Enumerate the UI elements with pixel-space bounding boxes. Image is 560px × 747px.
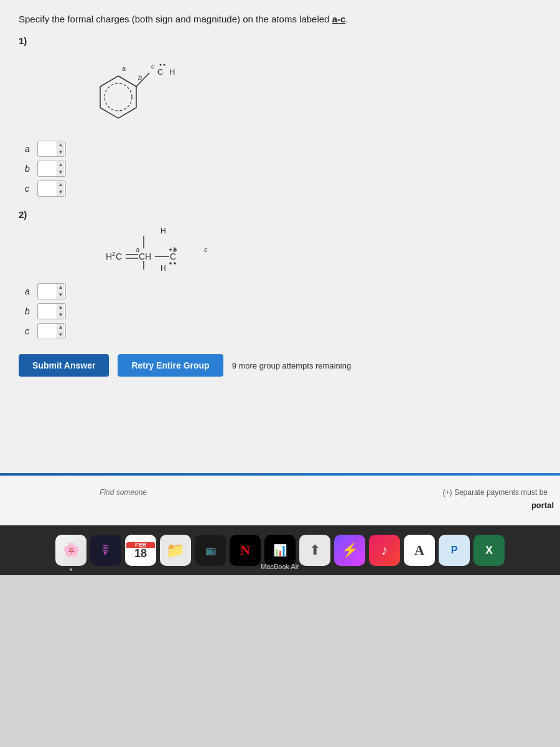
spin-arrows-1a[interactable]: ▲ ▼ <box>57 141 64 156</box>
macbook-label: MacBook Air <box>261 563 299 570</box>
problem-1-inputs: a ▲ ▼ b ▲ ▼ <box>25 141 541 197</box>
browser-portal-text: portal <box>531 500 554 510</box>
dock: 🌸 🎙 FEB 18 📁 📺 N 📊 ⬆ ⚡ ♪ A P <box>0 525 560 575</box>
calendar-day: 18 <box>134 548 147 559</box>
spin-arrows-2c[interactable]: ▲ ▼ <box>57 324 64 339</box>
problem-2-inputs: a ▲ ▼ b ▲ ▼ <box>25 283 541 339</box>
svg-text:H: H <box>161 264 166 273</box>
label-1a: a <box>25 144 32 154</box>
spin-down-1c[interactable]: ▼ <box>57 189 64 196</box>
input-row-2c: c ▲ ▼ <box>25 323 541 339</box>
retry-entire-group-button[interactable]: Retry Entire Group <box>118 354 223 377</box>
input-2a[interactable] <box>39 284 57 299</box>
spin-down-2c[interactable]: ▼ <box>57 331 64 339</box>
buttons-area: Submit Answer Retry Entire Group 9 more … <box>19 354 541 377</box>
input-row-1a: a ▲ ▼ <box>25 141 541 157</box>
input-2c[interactable] <box>39 324 57 339</box>
question-title: Specify the formal charges (both sign an… <box>19 12 541 26</box>
input-row-2b: b ▲ ▼ <box>25 303 541 319</box>
svg-marker-0 <box>100 76 136 118</box>
spinbox-1a[interactable]: ▲ ▼ <box>37 141 66 157</box>
main-content: Specify the formal charges (both sign an… <box>0 0 560 473</box>
problem-1-section: 1) a b c C <box>19 35 541 197</box>
svg-text:c: c <box>151 62 155 70</box>
spin-down-1a[interactable]: ▼ <box>57 149 64 156</box>
spin-arrows-1c[interactable]: ▲ ▼ <box>57 181 64 196</box>
svg-text:H: H <box>161 227 166 235</box>
svg-point-23 <box>174 248 176 251</box>
dock-appletv[interactable]: 📺 <box>195 535 226 566</box>
svg-point-1 <box>105 83 132 111</box>
dock-calendar[interactable]: FEB 18 <box>125 535 156 566</box>
input-1b[interactable] <box>39 161 57 176</box>
input-row-1c: c ▲ ▼ <box>25 181 541 197</box>
spin-up-2a[interactable]: ▲ <box>57 284 64 291</box>
dock-files[interactable]: 📁 <box>160 535 191 566</box>
dock-photos[interactable]: 🌸 <box>55 535 86 566</box>
spin-up-1b[interactable]: ▲ <box>57 161 64 169</box>
input-row-2a: a ▲ ▼ <box>25 283 541 299</box>
spin-up-1a[interactable]: ▲ <box>57 141 64 149</box>
dock-netflix[interactable]: N <box>230 535 261 566</box>
shortcuts-icon: ⚡ <box>342 542 358 558</box>
label-2a: a <box>25 286 32 296</box>
problem-2-section: 2) H a b c H 2 C CH <box>19 209 541 339</box>
svg-point-7 <box>160 64 162 66</box>
svg-text:b: b <box>138 73 142 81</box>
dock-fontbook[interactable]: A <box>404 535 435 566</box>
browser-strip: Find someone (+) Separate payments must … <box>0 476 560 525</box>
browser-find-text: Find someone <box>100 488 147 497</box>
dock-preview[interactable]: P <box>439 535 470 566</box>
problem-2-number: 2) <box>19 209 541 220</box>
upload-icon: ⬆ <box>309 542 320 558</box>
label-1c: c <box>25 184 32 194</box>
spin-down-2a[interactable]: ▼ <box>57 291 64 299</box>
dock-shortcuts[interactable]: ⚡ <box>334 535 365 566</box>
svg-text:C: C <box>170 251 176 261</box>
label-highlight: a-c <box>332 14 346 24</box>
dock-upload[interactable]: ⬆ <box>299 535 330 566</box>
files-icon: 📁 <box>166 542 185 559</box>
svg-point-8 <box>164 64 166 66</box>
dock-music[interactable]: ♪ <box>369 535 400 566</box>
svg-point-24 <box>169 262 172 265</box>
spinbox-2b[interactable]: ▲ ▼ <box>37 303 66 319</box>
molecule-2-diagram: H a b c H 2 C CH C <box>68 225 541 277</box>
label-2c: c <box>25 326 32 336</box>
stocks-icon: 📊 <box>273 543 287 557</box>
submit-answer-button[interactable]: Submit Answer <box>19 354 109 377</box>
dock-podcast[interactable]: 🎙 <box>90 535 121 566</box>
molecule-1-diagram: a b c C H <box>68 51 541 134</box>
svg-point-25 <box>174 262 176 265</box>
spinbox-2a[interactable]: ▲ ▼ <box>37 283 66 299</box>
input-2b[interactable] <box>39 304 57 319</box>
spin-down-2b[interactable]: ▼ <box>57 311 64 319</box>
spinbox-1b[interactable]: ▲ ▼ <box>37 161 66 177</box>
label-1b: b <box>25 164 32 174</box>
spin-arrows-1b[interactable]: ▲ ▼ <box>57 161 64 176</box>
dock-excel[interactable]: X <box>474 535 505 566</box>
podcast-icon: 🎙 <box>100 543 112 558</box>
spin-down-1b[interactable]: ▼ <box>57 169 64 176</box>
input-1a[interactable] <box>39 141 57 156</box>
spin-arrows-2a[interactable]: ▲ ▼ <box>57 284 64 299</box>
spin-up-1c[interactable]: ▲ <box>57 181 64 189</box>
svg-text:2: 2 <box>112 251 115 257</box>
music-icon: ♪ <box>381 542 388 558</box>
svg-text:CH: CH <box>139 251 151 261</box>
input-row-1b: b ▲ ▼ <box>25 161 541 177</box>
svg-text:C: C <box>157 67 163 77</box>
spin-arrows-2b[interactable]: ▲ ▼ <box>57 304 64 319</box>
molecule-1-svg: a b c C H <box>68 51 193 132</box>
dock-stocks[interactable]: 📊 <box>264 535 296 566</box>
photos-icon: 🌸 <box>63 542 80 558</box>
problem-1-number: 1) <box>19 35 541 46</box>
input-1c[interactable] <box>39 181 57 196</box>
spinbox-1c[interactable]: ▲ ▼ <box>37 181 66 197</box>
attempts-remaining-text: 9 more group attempts remaining <box>232 361 351 370</box>
spin-up-2b[interactable]: ▲ <box>57 304 64 311</box>
excel-icon: X <box>485 544 493 557</box>
svg-text:H: H <box>106 251 112 261</box>
spinbox-2c[interactable]: ▲ ▼ <box>37 323 66 339</box>
spin-up-2c[interactable]: ▲ <box>57 324 64 331</box>
